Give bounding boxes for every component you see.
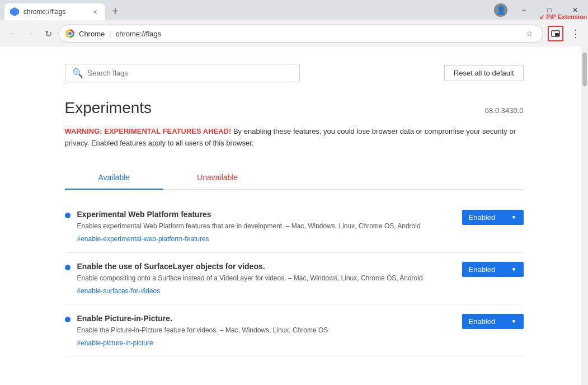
tab-close-button[interactable]: ✕ [91,7,100,16]
flag-status-dropdown-1[interactable]: Enabled ▼ [462,262,524,277]
chrome-menu-button[interactable]: ⋮ [568,26,584,41]
tab-unavailable[interactable]: Unavailable [163,166,271,190]
bookmark-button[interactable]: ☆ [523,27,536,40]
warning-bold: WARNING: EXPERIMENTAL FEATURES AHEAD! [65,127,232,135]
dropdown-arrow-icon: ▼ [511,214,517,220]
search-icon: 🔍 [72,68,83,78]
flags-list: Experimental Web Platform features Enabl… [65,201,524,357]
flag-info: Experimental Web Platform features Enabl… [77,210,445,243]
browser-tab[interactable]: chrome://flags ✕ [4,3,105,20]
warning-text: WARNING: EXPERIMENTAL FEATURES AHEAD! By… [65,126,524,149]
minimize-button[interactable]: − [511,0,537,20]
dropdown-arrow-icon: ▼ [511,318,517,325]
scrollbar-thumb[interactable] [582,53,587,86]
flag-left: Enable the use of SurfaceLayer objects f… [65,262,445,295]
maximize-button[interactable]: □ [537,0,562,20]
flag-info: Enable the use of SurfaceLayer objects f… [77,262,445,295]
flag-dot [65,265,70,270]
svg-point-1 [68,32,72,35]
address-separator: | [109,30,111,38]
svg-rect-3 [555,33,559,36]
address-input[interactable] [116,30,518,38]
address-bar: Chrome | ☆ [58,25,543,43]
flag-status-label: Enabled [469,265,496,274]
flag-name: Experimental Web Platform features [77,210,445,219]
experiments-header: Experiments 68.0.3430.0 [65,99,524,117]
tab-title: chrome://flags [23,8,86,16]
flags-page: 🔍 Reset all to default Experiments 68.0.… [43,47,546,379]
pip-extension-area: ↙ PiP Extension Icon [548,26,563,41]
flag-status-dropdown-2[interactable]: Enabled ▼ [462,314,524,329]
page-content: 🔍 Reset all to default Experiments 68.0.… [0,47,588,385]
window-controls: 👤 − □ ✕ [491,0,588,20]
flag-desc: Enable compositing onto a Surface instea… [77,273,445,283]
flag-dot [65,317,70,322]
forward-button[interactable]: → [22,26,38,41]
scrollbar[interactable] [581,47,588,385]
flag-item: Experimental Web Platform features Enabl… [65,201,524,253]
flag-status-label: Enabled [469,317,496,326]
flag-link[interactable]: #enable-picture-in-picture [77,339,153,347]
flag-item: Enable the use of SurfaceLayer objects f… [65,253,524,305]
profile-icon: 👤 [494,3,507,17]
new-tab-button[interactable]: + [107,3,123,19]
reset-button[interactable]: Reset all to default [444,65,524,81]
dropdown-arrow-icon: ▼ [511,266,517,273]
flag-desc: Enable the Picture-in-Picture feature fo… [77,325,445,335]
flag-name: Enable Picture-in-Picture. [77,314,445,323]
flag-link[interactable]: #enable-experimental-web-platform-featur… [77,235,209,243]
flag-status-label: Enabled [469,213,496,222]
pip-icon [551,29,560,38]
profile-button[interactable]: 👤 [491,0,511,20]
page-title: Experiments [65,99,152,117]
flag-info: Enable Picture-in-Picture. Enable the Pi… [77,314,445,348]
navigation-bar: ← → ↻ Chrome | ☆ ↙ PiP Extension Icon [0,20,588,47]
search-container: 🔍 Reset all to default [65,58,524,82]
flag-left: Experimental Web Platform features Enabl… [65,210,445,243]
reload-button[interactable]: ↻ [40,26,56,41]
flag-desc: Enables experimental Web Platform featur… [77,221,445,231]
search-input[interactable] [88,69,293,77]
tab-available[interactable]: Available [65,166,164,190]
flag-link[interactable]: #enable-surfaces-for-videos [77,287,161,295]
search-box: 🔍 [65,64,300,82]
tab-favicon [10,7,19,16]
version-badge: 68.0.3430.0 [485,106,524,115]
flag-left: Enable Picture-in-Picture. Enable the Pi… [65,314,445,348]
pip-extension-button[interactable] [548,26,563,41]
flag-item: Enable Picture-in-Picture. Enable the Pi… [65,305,524,357]
close-button[interactable]: ✕ [562,0,588,20]
flag-status-dropdown-0[interactable]: Enabled ▼ [462,210,524,225]
tabs-container: Available Unavailable [65,166,524,190]
address-actions: ☆ [523,27,536,40]
chrome-logo-icon [65,29,74,38]
title-bar: chrome://flags ✕ + 👤 − □ ✕ [0,0,588,20]
flag-dot [65,213,70,218]
back-button[interactable]: ← [4,26,20,41]
flag-name: Enable the use of SurfaceLayer objects f… [77,262,445,271]
address-brand: Chrome [79,30,105,38]
